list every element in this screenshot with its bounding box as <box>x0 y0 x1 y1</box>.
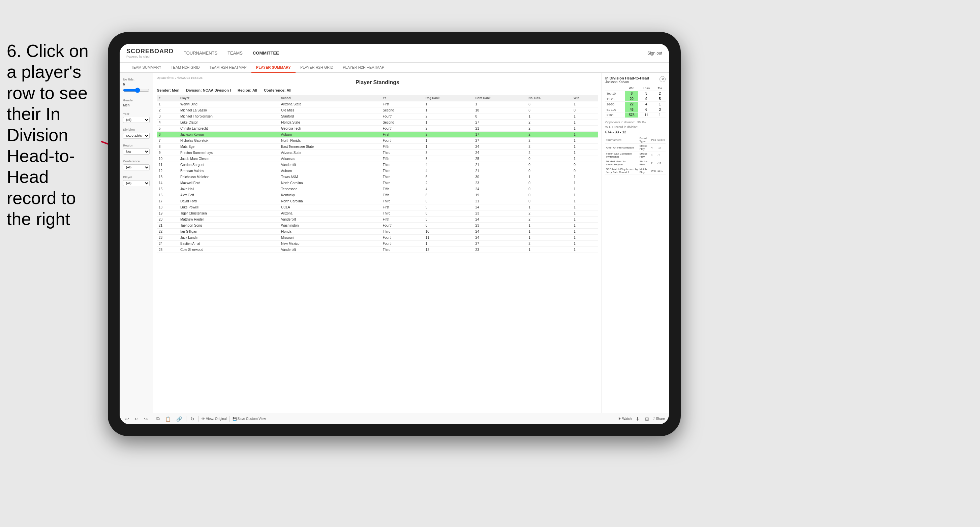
grid-button[interactable]: ⊞ <box>644 416 651 422</box>
cell-rank: 11 <box>157 162 178 168</box>
sidebar-section-player: Player (All) <box>123 175 150 186</box>
table-row[interactable]: 2 Michael La Sasso Ole Miss Second 1 18 … <box>157 108 598 113</box>
view-original-button[interactable]: 👁 View: Original <box>202 417 227 421</box>
cell-player-name: Gordon Sargent <box>178 162 279 168</box>
tournament-row: Fallon Oak Collegiate Invitational Strok… <box>605 152 666 159</box>
table-row[interactable]: 14 Maxwell Ford North Carolina Third 2 2… <box>157 180 598 186</box>
cell-conf-rank: 24 <box>474 216 527 222</box>
cell-player-name: Cole Sherwood <box>178 247 279 253</box>
cell-rank: 1 <box>157 102 178 108</box>
table-row[interactable]: 16 Alex Goff Kentucky Fifth 8 19 0 1 <box>157 192 598 198</box>
tour-cell-score: -17 <box>657 159 666 167</box>
cell-rank: 20 <box>157 216 178 222</box>
watch-button[interactable]: 👁 Watch <box>618 417 632 421</box>
cell-yr: Fourth <box>381 241 423 247</box>
cell-conf-rank: 27 <box>474 138 527 144</box>
subnav-player-h2h-grid[interactable]: PLAYER H2H GRID <box>296 63 338 73</box>
cell-win: 1 <box>571 198 598 205</box>
player-select[interactable]: (All) <box>123 180 150 186</box>
division-select[interactable]: NCAA Division I <box>123 133 150 139</box>
table-row[interactable]: 21 Taehoon Song Washington Fourth 6 23 1… <box>157 222 598 229</box>
h2h-cell-loss: 6 <box>638 107 654 113</box>
link-button[interactable]: 🔗 <box>175 416 183 422</box>
cell-yr: First <box>381 132 423 138</box>
toolbar-divider-3 <box>199 416 199 422</box>
cell-player-name: Michael La Sasso <box>178 108 279 113</box>
subnav-player-h2h-heatmap[interactable]: PLAYER H2H HEATMAP <box>338 63 389 73</box>
tour-col-name: Tournament <box>605 136 639 144</box>
cell-win: 1 <box>571 180 598 186</box>
save-custom-view-button[interactable]: 💾 Save Custom View <box>232 417 266 421</box>
no-rds-slider[interactable] <box>123 87 150 93</box>
table-row[interactable]: 25 Cole Sherwood Vanderbilt Third 12 23 … <box>157 247 598 253</box>
table-row[interactable]: 7 Nicholas Gabrelcik North Florida Fourt… <box>157 138 598 144</box>
table-row[interactable]: 5 Christo Lamprecht Georgia Tech Fourth … <box>157 125 598 132</box>
h2h-header: In Division Head-to-Head Jackson Koivun … <box>605 76 666 84</box>
download-button[interactable]: ⬇ <box>634 416 641 422</box>
region-select[interactable]: N/a <box>123 149 150 155</box>
table-row[interactable]: 3 Michael Thorbjornsen Stanford Fourth 2… <box>157 113 598 119</box>
subnav-team-h2h-grid[interactable]: TEAM H2H GRID <box>166 63 205 73</box>
tournament-row: Mirabel Maui Jim Intercollegiate Stroke … <box>605 159 666 167</box>
table-row[interactable]: 19 Tiger Christensen Arizona Third 8 23 … <box>157 211 598 216</box>
table-row[interactable]: 1 Wenyi Ding Arizona State First 1 1 8 1 <box>157 102 598 108</box>
table-row[interactable]: 17 David Ford North Carolina Third 6 21 … <box>157 198 598 205</box>
nav-item-teams[interactable]: TEAMS <box>228 49 243 57</box>
cell-school: North Florida <box>279 138 381 144</box>
year-select[interactable]: (All) First Second Third Fourth Fifth <box>123 117 150 123</box>
tour-cell-type: Stroke Play <box>639 144 651 152</box>
cell-conf-rank: 18 <box>474 108 527 113</box>
cell-player-name: Preston Summerhays <box>178 150 279 156</box>
conference-select[interactable]: (All) <box>123 164 150 170</box>
refresh-button[interactable]: ↻ <box>189 416 196 422</box>
paste-button[interactable]: 📋 <box>164 416 172 422</box>
undo-button[interactable]: ↩ <box>124 416 130 422</box>
table-row[interactable]: 24 Bastien Amat New Mexico Fourth 1 27 2… <box>157 241 598 247</box>
table-row[interactable]: 6 Jackson Koivun Auburn First 2 17 2 1 <box>157 132 598 138</box>
cell-reg-rank: 6 <box>423 222 474 229</box>
cell-no-rds: 2 <box>527 211 571 216</box>
table-row[interactable]: 18 Luke Powell UCLA First 5 24 1 1 <box>157 205 598 211</box>
table-row[interactable]: 8 Mats Ege East Tennessee State Fifth 1 … <box>157 144 598 150</box>
h2h-cell-label: 26-50 <box>605 102 625 107</box>
redo-button[interactable]: ↩ <box>133 416 140 422</box>
sign-out-link[interactable]: Sign out <box>648 51 662 56</box>
subnav-team-summary[interactable]: TEAM SUMMARY <box>126 63 166 73</box>
cell-rank: 2 <box>157 108 178 113</box>
table-row[interactable]: 9 Preston Summerhays Arizona State Third… <box>157 150 598 156</box>
nav-item-tournaments[interactable]: TOURNAMENTS <box>184 49 217 57</box>
cell-conf-rank: 24 <box>474 205 527 211</box>
cell-school: Auburn <box>279 168 381 174</box>
cell-no-rds: 2 <box>527 144 571 150</box>
col-yr: Yr <box>381 95 423 102</box>
subnav-team-h2h-heatmap[interactable]: TEAM H2H HEATMAP <box>205 63 251 73</box>
table-row[interactable]: 4 Luke Claton Florida State Second 1 27 … <box>157 119 598 125</box>
table-row[interactable]: 13 Phichaksn Maichon Texas A&M Third 6 3… <box>157 174 598 180</box>
table-row[interactable]: 22 Ian Gilligan Florida Third 10 24 1 1 <box>157 229 598 235</box>
cell-yr: Fourth <box>381 125 423 132</box>
close-button[interactable]: ✕ <box>660 76 666 82</box>
table-row[interactable]: 10 Jacob Marc Olesen Arkansas Fifth 3 25… <box>157 156 598 162</box>
cell-school: Vanderbilt <box>279 162 381 168</box>
h2h-player-name: Jackson Koivun <box>605 80 649 84</box>
logo-scoreboard: SCOREBOARD <box>126 48 173 55</box>
table-row[interactable]: 23 Jack Lundin Missouri Fourth 11 24 1 1 <box>157 235 598 241</box>
table-row[interactable]: 12 Brendan Valdes Auburn Third 4 21 0 0 <box>157 168 598 174</box>
nav-item-committee[interactable]: COMMITTEE <box>253 49 279 57</box>
table-row[interactable]: 20 Matthew Riedel Vanderbilt Fifth 3 24 … <box>157 216 598 222</box>
player-table: # Player School Yr Reg Rank Conf Rank No… <box>157 95 598 253</box>
cell-school: Tennessee <box>279 186 381 192</box>
cell-conf-rank: 27 <box>474 119 527 125</box>
copy-button[interactable]: ⧉ <box>155 415 161 422</box>
sidebar-section-no-rds: No Rds. 6 <box>123 78 150 94</box>
table-row[interactable]: 15 Jake Hall Tennessee Fifth 4 24 0 1 <box>157 186 598 192</box>
table-row[interactable]: 11 Gordon Sargent Vanderbilt Third 4 21 … <box>157 162 598 168</box>
h2h-cell-loss: 11 <box>638 113 654 118</box>
cell-no-rds: 1 <box>527 222 571 229</box>
cell-school: Arizona <box>279 211 381 216</box>
subnav-player-summary[interactable]: PLAYER SUMMARY <box>251 63 296 73</box>
forward-button[interactable]: ↪ <box>143 416 149 422</box>
toolbar-divider-4 <box>229 416 230 422</box>
h2h-col-label <box>605 86 625 91</box>
share-button[interactable]: ⤴ Share <box>653 417 665 421</box>
